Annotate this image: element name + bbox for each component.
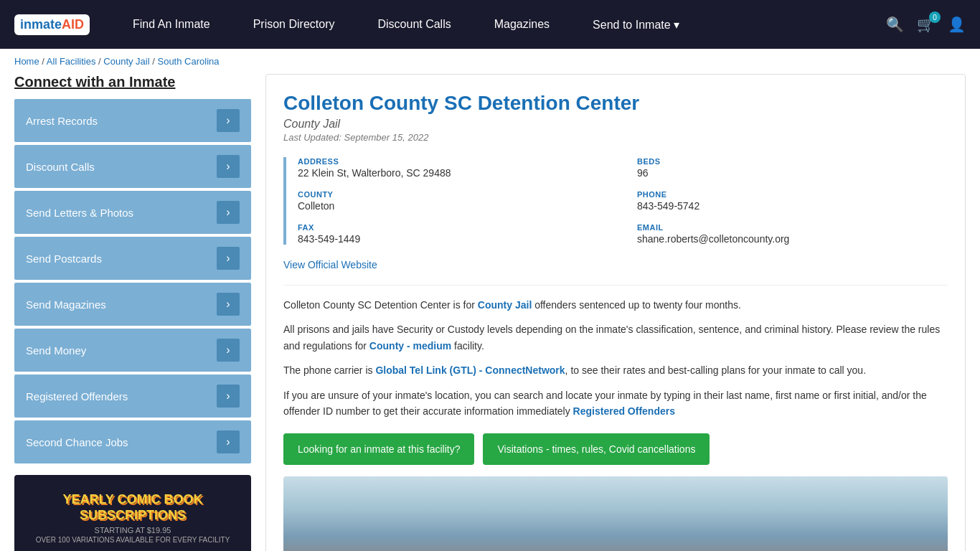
divider: [283, 285, 948, 286]
sidebar-item-registered-offenders[interactable]: Registered Offenders ›: [14, 375, 251, 418]
arrow-icon: ›: [217, 247, 240, 270]
beds-value: 96: [637, 167, 948, 179]
facility-card: Colleton County SC Detention Center Coun…: [265, 74, 966, 551]
nav-icons: 🔍 🛒 0 👤: [886, 16, 966, 33]
user-icon[interactable]: 👤: [948, 16, 966, 33]
desc2: All prisons and jails have Security or C…: [283, 321, 948, 354]
county-medium-link[interactable]: County - medium: [369, 340, 451, 352]
sidebar-item-send-letters[interactable]: Send Letters & Photos ›: [14, 191, 251, 234]
nav-find-inmate[interactable]: Find An Inmate: [111, 0, 232, 49]
phone-value: 843-549-5742: [637, 200, 948, 212]
sidebar-item-send-postcards[interactable]: Send Postcards ›: [14, 237, 251, 280]
sidebar-item-discount-calls[interactable]: Discount Calls ›: [14, 145, 251, 188]
sidebar-item-label: Send Letters & Photos: [26, 207, 133, 219]
address-value: 22 Klein St, Walterboro, SC 29488: [298, 167, 608, 179]
address-label: ADDRESS: [298, 157, 608, 166]
main-layout: Connect with an Inmate Arrest Records › …: [0, 74, 980, 551]
arrow-icon: ›: [217, 201, 240, 224]
breadcrumb-county-jail[interactable]: County Jail: [103, 56, 149, 67]
nav-links: Find An Inmate Prison Directory Discount…: [111, 0, 886, 49]
sidebar-item-label: Discount Calls: [26, 161, 95, 173]
logo-aid: AID: [62, 17, 84, 32]
sidebar-item-label: Send Money: [26, 344, 86, 357]
county-block: COUNTY Colleton: [298, 190, 608, 212]
arrow-icon: ›: [217, 385, 240, 408]
sidebar-item-second-chance-jobs[interactable]: Second Chance Jobs ›: [14, 420, 251, 463]
facility-name: Colleton County SC Detention Center: [283, 92, 948, 115]
arrow-icon: ›: [217, 293, 240, 316]
sidebar-item-label: Registered Offenders: [26, 390, 128, 402]
arrow-icon: ›: [217, 155, 240, 178]
facility-image-sky: [283, 476, 948, 551]
arrow-icon: ›: [217, 339, 240, 362]
main-content: Colleton County SC Detention Center Coun…: [265, 74, 966, 551]
logo[interactable]: inmate AID: [14, 14, 90, 35]
sidebar-item-label: Send Postcards: [26, 253, 102, 265]
sidebar-item-label: Second Chance Jobs: [26, 436, 128, 448]
ad-detail: OVER 100 VARIATIONS AVAILABLE FOR EVERY …: [36, 536, 230, 544]
nav-magazines[interactable]: Magazines: [473, 0, 571, 49]
arrow-icon: ›: [217, 430, 240, 453]
visitations-button[interactable]: Visitations - times, rules, Covid cancel…: [483, 433, 710, 465]
ad-content: YEARLY COMIC BOOKSUBSCRIPTIONS STARTING …: [29, 485, 237, 551]
info-grid: ADDRESS 22 Klein St, Walterboro, SC 2948…: [283, 157, 948, 245]
facility-updated: Last Updated: September 15, 2022: [283, 132, 948, 143]
cart-badge: 0: [929, 11, 941, 23]
logo-text: inmate: [20, 17, 62, 32]
sidebar-item-send-magazines[interactable]: Send Magazines ›: [14, 283, 251, 326]
phone-block: PHONE 843-549-5742: [637, 190, 948, 212]
desc4: If you are unsure of your inmate's locat…: [283, 387, 948, 420]
sidebar-menu: Arrest Records › Discount Calls › Send L…: [14, 99, 251, 463]
beds-block: BEDS 96: [637, 157, 948, 179]
desc1: Colleton County SC Detention Center is f…: [283, 297, 948, 313]
breadcrumb-home[interactable]: Home: [14, 56, 39, 67]
sidebar-ad[interactable]: YEARLY COMIC BOOKSUBSCRIPTIONS STARTING …: [14, 475, 251, 551]
email-label: EMAIL: [637, 223, 948, 232]
search-icon[interactable]: 🔍: [886, 16, 904, 33]
sidebar-item-send-money[interactable]: Send Money ›: [14, 329, 251, 372]
county-jail-link[interactable]: County Jail: [478, 299, 532, 311]
desc3: The phone carrier is Global Tel Link (GT…: [283, 362, 948, 378]
facility-image: [283, 476, 948, 551]
sidebar-title: Connect with an Inmate: [14, 74, 251, 90]
address-block: ADDRESS 22 Klein St, Walterboro, SC 2948…: [298, 157, 608, 179]
sidebar-item-arrest-records[interactable]: Arrest Records ›: [14, 99, 251, 142]
nav-send-to-inmate[interactable]: Send to Inmate ▾: [571, 0, 701, 49]
navigation: inmate AID Find An Inmate Prison Directo…: [0, 0, 980, 49]
breadcrumb-all-facilities[interactable]: All Facilities: [47, 56, 96, 67]
sidebar-item-label: Send Magazines: [26, 298, 106, 311]
breadcrumb-state[interactable]: South Carolina: [157, 56, 219, 67]
cart-icon[interactable]: 🛒 0: [917, 16, 935, 33]
find-inmate-button[interactable]: Looking for an inmate at this facility?: [283, 433, 474, 465]
county-label: COUNTY: [298, 190, 608, 199]
email-value: shane.roberts@colletoncounty.org: [637, 233, 948, 245]
county-value: Colleton: [298, 200, 608, 212]
registered-offenders-link[interactable]: Registered Offenders: [573, 405, 675, 417]
sidebar-item-label: Arrest Records: [26, 115, 98, 127]
action-buttons: Looking for an inmate at this facility? …: [283, 433, 948, 465]
fax-label: FAX: [298, 223, 608, 232]
beds-label: BEDS: [637, 157, 948, 166]
facility-type: County Jail: [283, 118, 948, 131]
breadcrumb: Home / All Facilities / County Jail / So…: [0, 49, 980, 74]
ad-title: YEARLY COMIC BOOKSUBSCRIPTIONS: [36, 492, 230, 523]
nav-discount-calls[interactable]: Discount Calls: [356, 0, 472, 49]
fax-value: 843-549-1449: [298, 233, 608, 245]
view-website-link[interactable]: View Official Website: [283, 259, 377, 270]
gtl-link[interactable]: Global Tel Link (GTL) - ConnectNetwork: [375, 364, 565, 376]
phone-label: PHONE: [637, 190, 948, 199]
ad-subtitle: STARTING AT $19.95: [36, 526, 230, 534]
sidebar: Connect with an Inmate Arrest Records › …: [14, 74, 251, 551]
nav-prison-directory[interactable]: Prison Directory: [232, 0, 357, 49]
fax-block: FAX 843-549-1449: [298, 223, 608, 245]
email-block: EMAIL shane.roberts@colletoncounty.org: [637, 223, 948, 245]
arrow-icon: ›: [217, 109, 240, 132]
